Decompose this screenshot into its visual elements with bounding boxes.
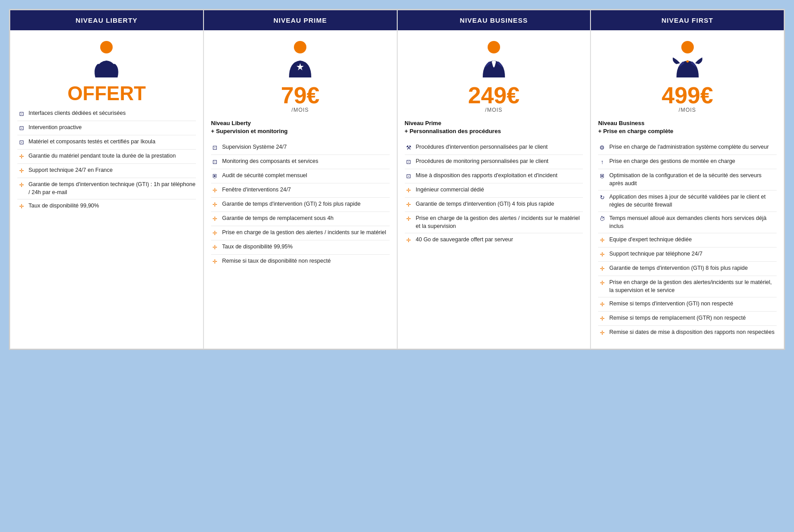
plan-first-period: /MOIS (598, 107, 777, 113)
monitor-icon: ⊡ (17, 110, 25, 118)
plan-business-title: NIVEAU BUSINESS (460, 16, 528, 24)
feature-text: Remise si temps d'intervention (GTI) non… (609, 300, 733, 308)
plan-liberty-body: OFFERT ⊡ Interfaces clients dédiées et s… (10, 30, 203, 349)
plan-prime-period: /MOIS (211, 107, 390, 113)
feature-item: ✛ Remise si temps d'intervention (GTI) n… (598, 297, 777, 312)
plan-prime-subtitle: Niveau Liberty+ Supervision et monitorin… (211, 119, 390, 135)
clock-icon: ⏱ (598, 215, 606, 223)
feature-item: ✛ Prise en charge de la gestion des aler… (405, 212, 583, 233)
feature-item: ⊡ Mise à disposition des rapports d'expl… (405, 169, 583, 183)
shield-icon: ⛨ (211, 172, 219, 180)
svg-point-3 (488, 41, 500, 53)
feature-item: ↑ Prise en charge des gestions de montée… (598, 155, 777, 169)
plus-icon: ✛ (598, 279, 606, 287)
shield-icon: ⛨ (598, 172, 606, 180)
plan-liberty: NIVEAU LIBERTY OFFERT ⊡ Interfaces clie (10, 10, 204, 349)
plus-icon: ✛ (598, 236, 606, 244)
plan-liberty-price: OFFERT (17, 84, 196, 103)
monitor-icon: ⊡ (211, 144, 219, 152)
plan-liberty-features: ⊡ Interfaces clients dédiées et sécurisé… (17, 107, 196, 213)
plan-business-period: /MOIS (405, 107, 583, 113)
plan-first-subtitle: Niveau Business+ Prise en charge complèt… (598, 119, 777, 135)
eye-icon: ⊡ (17, 124, 25, 132)
plus-icon: ✛ (17, 153, 25, 161)
feature-item: ✛ Taux de disponibilité 99,95% (211, 240, 390, 255)
feature-text: Optimisation de la configuration et de l… (609, 172, 777, 187)
plan-prime-price: 79€ (211, 84, 390, 107)
svg-point-0 (100, 41, 113, 53)
feature-item: ✛ Ingénieur commercial dédié (405, 183, 583, 198)
feature-text: Prise en charge des gestions de montée e… (609, 158, 735, 166)
plus-icon: ✛ (17, 203, 25, 211)
feature-text: Support technique 24/7 en France (29, 167, 113, 175)
plan-business-features: ⚒ Procédures d'intervention personnalisé… (405, 141, 583, 247)
plus-icon: ✛ (211, 229, 219, 237)
feature-text: Taux de disponibilité 99,90% (29, 202, 99, 210)
plan-business: NIVEAU BUSINESS 249€ /MOIS Niveau Prime+… (397, 10, 591, 349)
chart-icon: ↑ (598, 158, 606, 166)
plan-liberty-title: NIVEAU LIBERTY (76, 16, 138, 24)
feature-text: Garantie de temps d'intervention (GTI) 4… (416, 200, 554, 208)
plus-icon: ✛ (211, 187, 219, 195)
feature-text: Application des mises à jour de sécurité… (609, 193, 777, 209)
feature-text: Remise si dates de mise à disposition de… (609, 329, 774, 337)
feature-item: ✛ Fenêtre d'interventions 24/7 (211, 183, 390, 198)
feature-item: ⊡ Monitoring des composants et services (211, 155, 390, 169)
feature-text: Fenêtre d'interventions 24/7 (222, 186, 291, 194)
plan-business-header: NIVEAU BUSINESS (398, 10, 590, 30)
pricing-grid: NIVEAU LIBERTY OFFERT ⊡ Interfaces clie (9, 9, 785, 350)
plus-icon: ✛ (17, 181, 25, 189)
feature-item: ✛ Remise si temps de remplacement (GTR) … (598, 312, 777, 326)
feature-text: Temps mensuel alloué aux demandes client… (609, 215, 777, 230)
feature-item: ⊡ Interfaces clients dédiées et sécurisé… (17, 107, 196, 121)
feature-item: ⊡ Supervision Système 24/7 (211, 141, 390, 155)
feature-item: ✛ 40 Go de sauvegarde offert par serveur (405, 233, 583, 247)
plus-icon: ✛ (405, 187, 413, 195)
feature-text: Garantie de temps de remplacement sous 4… (222, 215, 334, 223)
avatar-business-svg (474, 37, 514, 77)
plus-icon: ✛ (598, 251, 606, 259)
plan-business-body: 249€ /MOIS Niveau Prime+ Personnalisatio… (398, 30, 590, 349)
plus-icon: ✛ (211, 258, 219, 266)
feature-text: Prise en charge de l'administration syst… (609, 143, 769, 151)
feature-item: ⊡ Procédures de monitoring personnalisée… (405, 155, 583, 169)
avatar-prime-svg (280, 37, 320, 77)
plus-icon: ✛ (405, 201, 413, 209)
svg-point-1 (294, 41, 306, 53)
plus-icon: ✛ (598, 301, 606, 309)
feature-text: Prise en charge de la gestion des alerte… (416, 215, 583, 230)
feature-text: Ingénieur commercial dédié (416, 186, 485, 194)
feature-item: ✛ Garantie de temps d'intervention (GTI)… (211, 198, 390, 212)
plan-first-title: NIVEAU FIRST (662, 16, 713, 24)
feature-item: ✛ Equipe d'expert technique dédiée (598, 233, 777, 248)
plus-icon: ✛ (405, 215, 413, 223)
plan-prime-body: 79€ /MOIS Niveau Liberty+ Supervision et… (204, 30, 397, 349)
feature-text: Mise à disposition des rapports d'exploi… (416, 172, 558, 180)
plan-business-subtitle: Niveau Prime+ Personnalisation des procé… (405, 119, 583, 135)
gear-icon: ⚙ (598, 144, 606, 152)
feature-text: Remise si taux de disponibilité non resp… (222, 257, 331, 265)
feature-text: 40 Go de sauvegarde offert par serveur (416, 236, 513, 244)
feature-item: ✛ Prise en charge de la gestion des aler… (598, 276, 777, 297)
monitor-icon: ⊡ (405, 158, 413, 166)
feature-text: Interfaces clients dédiées et sécurisées (29, 110, 126, 118)
avatar-prime (211, 37, 390, 79)
feature-text: Equipe d'expert technique dédiée (609, 236, 692, 244)
feature-text: Support technique par téléphone 24/7 (609, 250, 702, 258)
feature-text: Supervision Système 24/7 (222, 143, 287, 151)
plus-icon: ✛ (598, 315, 606, 323)
feature-item: ⚒ Procédures d'intervention personnalisé… (405, 141, 583, 155)
avatar-first (598, 37, 777, 79)
feature-item: ✛ Garantie de temps d'intervention (GTI)… (405, 198, 583, 212)
feature-text: Audit de sécurité complet mensuel (222, 172, 307, 180)
refresh-icon: ↻ (598, 194, 606, 202)
feature-text: Procédures d'intervention personnalisées… (416, 143, 548, 151)
feature-item: ✛ Garantie du matériel pendant toute la … (17, 150, 196, 164)
feature-item: ✛ Prise en charge de la gestion des aler… (211, 226, 390, 240)
feature-item: ⛨ Audit de sécurité complet mensuel (211, 169, 390, 183)
plan-first: NIVEAU FIRST 499€ /MOIS (590, 10, 784, 349)
feature-text: Procédures de monitoring personnalisées … (416, 158, 549, 166)
feature-item: ⏱ Temps mensuel alloué aux demandes clie… (598, 212, 777, 233)
feature-text: Taux de disponibilité 99,95% (222, 243, 293, 251)
plan-first-body: 499€ /MOIS Niveau Business+ Prise en cha… (591, 30, 784, 349)
